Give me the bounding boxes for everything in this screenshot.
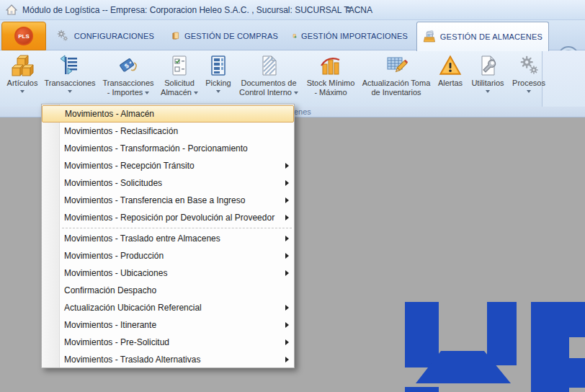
menu-item-movimientos-transferencia-base-ingreso[interactable]: Movimientos - Transferencia en Base a In… [42, 192, 294, 209]
submenu-arrow-icon [285, 357, 289, 362]
dropdown-arrow-icon [486, 90, 490, 93]
menu-item-movimientos-ubicaciones[interactable]: Movimientos - Ubicaciones [42, 264, 294, 282]
tab-label: GESTIÓN IMPORTACIONES [301, 32, 408, 40]
boxes-icon [11, 54, 34, 77]
menu-item-confirmacion-despacho[interactable]: Confirmación Despacho [42, 282, 294, 299]
menu-item-movimientos-pre-solicitud[interactable]: Movimientos - Pre-Solicitud [42, 334, 294, 351]
price-tag-icon: $ [117, 54, 140, 77]
menu-item-movimientos-itinerante[interactable]: Movimientos - Itinerante [42, 316, 294, 334]
gears-icon [56, 26, 70, 46]
tab-gestion-importaciones[interactable]: GESTIÓN IMPORTACIONES [287, 22, 414, 50]
home-icon [6, 4, 17, 16]
ribbon-button-articulos[interactable]: Artículos [3, 52, 42, 105]
ribbon-button-picking[interactable]: Picking [200, 52, 236, 105]
dropdown-arrow-icon [20, 90, 24, 93]
dropdown-arrow-icon [145, 92, 149, 94]
submenu-arrow-icon [285, 236, 289, 241]
dropdown-arrow-icon [527, 90, 531, 93]
ribbon-button-actualizacion-toma-inventarios[interactable]: Actualización Tomade Inventarios [360, 52, 432, 105]
menu-item-movimientos-reposicion-devolucion-proveedor[interactable]: Movimientos - Reposición por Devolución … [42, 209, 294, 226]
menu-item-movimientos-solicitudes[interactable]: Movimientos - Solicitudes [42, 174, 294, 192]
ribbon-button-alertas[interactable]: Alertas [432, 52, 468, 105]
tab-label: GESTIÓN DE COMPRAS [184, 32, 278, 40]
menu-item-movimientos-recepcion-transito[interactable]: Movimientos - Recepción Tránsito [42, 157, 294, 174]
stock-chart-icon [319, 54, 342, 77]
app-logo: PLS [14, 27, 33, 45]
ribbon-button-transacciones[interactable]: Transacciones [42, 52, 98, 105]
ribbon-button-transacciones-importes[interactable]: $ Transacciones - Importes [98, 52, 158, 105]
gears-icon [517, 54, 540, 77]
checklist-icon [168, 54, 191, 77]
application-button[interactable]: PLS [1, 22, 46, 50]
submenu-arrow-icon [285, 215, 289, 220]
books-icon [171, 26, 180, 46]
ribbon-button-stock-minimo-maximo[interactable]: Stock Mínimo- Máximo [301, 52, 360, 105]
menu-item-movimientos-transformacion-porcionamiento[interactable]: Movimientos - Transformación - Porcionam… [42, 140, 294, 157]
menu-item-actualizacion-ubicacion-referencial[interactable]: Actualización Ubicación Referencial [42, 299, 294, 316]
menu-item-movimientos-traslado-entre-almacenes[interactable]: Movimientos - Traslado entre Almacenes [42, 230, 294, 247]
title-bar: Módulo de Logística -- Empresa: Corporac… [0, 0, 585, 20]
submenu-arrow-icon [285, 253, 289, 259]
ribbon-button-documentos-control-interno[interactable]: Documentos de Control Interno [236, 52, 301, 105]
ribbon-button-procesos[interactable]: Procesos [507, 52, 550, 105]
menu-item-movimientos-reclasificacion[interactable]: Movimientos - Reclasificación [42, 122, 294, 140]
submenu-arrow-icon [285, 163, 289, 169]
window-title: Módulo de Logística -- Empresa: Corporac… [22, 5, 372, 15]
ribbon-tab-row: PLS CONFIGURACIONES GESTIÓN DE COMPRAS G… [0, 20, 585, 50]
menu-item-movimientos-traslado-alternativas[interactable]: Movimientos - Traslado Alternativas [42, 351, 294, 368]
menu-item-movimientos-almacen[interactable]: Movimientos - Almacén [42, 105, 294, 122]
document-wrench-icon [476, 54, 499, 77]
submenu-arrow-icon [285, 270, 289, 276]
submenu-arrow-icon [285, 322, 289, 328]
dropdown-arrow-icon [294, 92, 298, 94]
table-pencil-icon [385, 54, 408, 77]
striped-document-icon [257, 54, 280, 77]
submenu-arrow-icon [285, 305, 289, 311]
ribbon-buttons: Artículos Transacciones $ Transacciones … [3, 52, 550, 105]
movimientos-popup-menu: Movimientos - Almacén Movimientos - Recl… [41, 104, 295, 368]
picking-list-icon [207, 54, 230, 77]
dropdown-arrow-icon [194, 92, 198, 94]
customize-toolbar-icon[interactable] [344, 5, 354, 15]
dropdown-arrow-icon [216, 90, 220, 93]
warning-icon [439, 54, 462, 77]
tab-gestion-de-compras[interactable]: GESTIÓN DE COMPRAS [166, 22, 284, 50]
submenu-arrow-icon [285, 180, 289, 186]
ribbon-button-solicitud-almacen[interactable]: Solicitud Almacén [158, 52, 200, 105]
book-globe-icon [292, 26, 297, 46]
menu-item-movimientos-produccion[interactable]: Movimientos - Producción [42, 247, 294, 264]
ribbon-button-utilitarios[interactable]: Utilitarios [468, 52, 507, 105]
tab-gestion-de-almacenes[interactable]: GESTIÓN DE ALMACENES [416, 22, 549, 51]
submenu-arrow-icon [285, 197, 289, 203]
tab-configuraciones[interactable]: CONFIGURACIONES [50, 22, 160, 50]
tab-label: GESTIÓN DE ALMACENES [440, 32, 542, 41]
card-file-box-icon [423, 27, 436, 47]
group-caption-text: enes [294, 107, 311, 116]
tab-label: CONFIGURACIONES [74, 32, 154, 40]
transactions-list-icon [58, 54, 81, 77]
dropdown-arrow-icon [68, 90, 72, 93]
submenu-arrow-icon [285, 339, 289, 345]
